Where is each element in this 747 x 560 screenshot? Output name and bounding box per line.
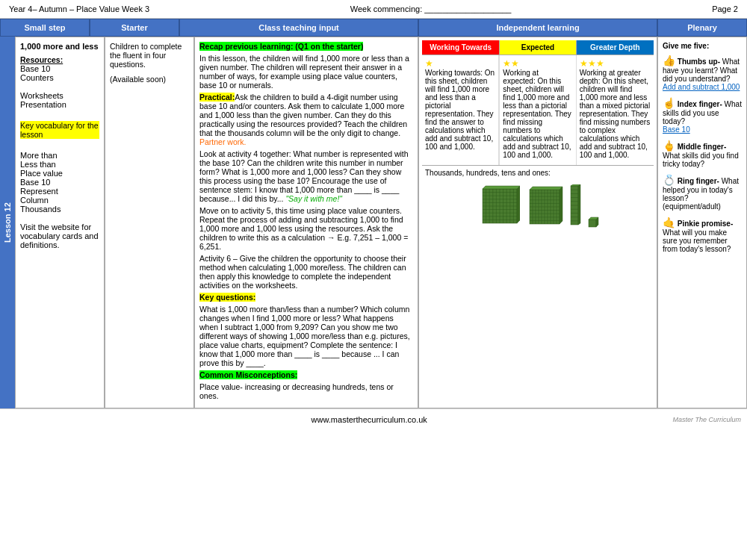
col-header-class-teaching: Class teaching input: [179, 19, 418, 37]
base10-visual: [425, 183, 651, 228]
exp-stars: ★★: [503, 58, 572, 69]
plenary-thumbs: 👍 Thumbs up- What have you learnt? What …: [663, 55, 742, 91]
starter-cell: Children to complete the fluent in four …: [105, 37, 194, 408]
col-header-independent: Independent learning: [418, 19, 657, 37]
thumbs-label: Thumbs up-: [678, 57, 720, 66]
exp-col: ★★ Working at expected: On this sheet, c…: [499, 55, 576, 165]
plenary-cell: Give me five: 👍 Thumbs up- What have you…: [657, 37, 747, 408]
visit-text: Visit the website for vocabulary cards a…: [20, 223, 99, 249]
indep-body: ★ Working towards: On this sheet, childr…: [422, 55, 654, 165]
hundred-flat-icon: [526, 186, 563, 228]
misconceptions-label: Common Misconceptions:: [199, 370, 297, 379]
index-link: Base 10: [663, 125, 742, 134]
svg-marker-20: [517, 186, 520, 223]
header-page: Page 2: [712, 4, 738, 13]
header-title: Year 4– Autumn – Place Value Week 3: [9, 4, 149, 13]
svg-marker-41: [560, 187, 562, 224]
resource-counters: Counters: [20, 73, 99, 82]
practical-label: Practical:: [199, 93, 235, 102]
footer-logo: Master The Curriculum: [672, 416, 741, 423]
small-step-cell: 1,000 more and less Resources: Base 10 C…: [15, 37, 105, 408]
resource-presentation: Presentation: [20, 100, 99, 109]
thousands-label: Thousands, hundreds, tens and ones:: [425, 169, 651, 177]
svg-rect-54: [589, 220, 596, 227]
vocab-represent: Represent: [20, 187, 99, 196]
vocab-less-than: Less than: [20, 160, 99, 169]
middle-label: Middle finger-: [678, 143, 727, 151]
key-questions-text: What is 1,000 more than/less than a numb…: [199, 305, 413, 367]
ring-label: Ring finger-: [678, 177, 719, 185]
vocab-place-value: Place value: [20, 169, 99, 178]
plenary-intro: Give me five:: [663, 42, 742, 50]
misconceptions-text: Place value- increasing or decreasing hu…: [199, 382, 413, 400]
gd-stars: ★★★: [580, 58, 651, 69]
exp-header: Expected: [499, 40, 576, 55]
ct-para3: Look at activity 4 together: What number…: [199, 149, 413, 203]
wt-star: ★: [425, 58, 495, 69]
unit-cube-icon: [587, 216, 599, 228]
say-it: "Say it with me!": [285, 194, 342, 203]
class-teaching-cell: Recap previous learning: (Q1 on the star…: [194, 37, 418, 408]
independent-cell: Working Towards Expected Greater Depth ★…: [418, 37, 657, 408]
pinkie-text: What will you make sure you remember fro…: [663, 228, 731, 253]
middle-icon: 🖕: [663, 140, 675, 152]
vocab-column: Column: [20, 196, 99, 205]
wt-text: Working towards: On this sheet, children…: [425, 69, 495, 151]
plenary-pinkie: 🤙 Pinkie promise- What will you make sur…: [663, 217, 742, 253]
col-header-starter: Starter: [90, 19, 179, 37]
wt-col: ★ Working towards: On this sheet, childr…: [422, 55, 499, 165]
pinkie-icon: 🤙: [663, 217, 675, 228]
pinkie-label: Pinkie promise-: [678, 220, 733, 228]
ring-icon: 💍: [663, 174, 675, 186]
footer-url: www.masterthecurriculum.co.uk: [311, 415, 427, 424]
header-week: Week commencing: ___________________: [350, 4, 512, 13]
page-footer: www.masterthecurriculum.co.uk Master The…: [0, 408, 747, 430]
ct-para1: In this lesson, the children will find 1…: [199, 54, 413, 90]
recap-label: Recap previous learning: (Q1 on the star…: [199, 42, 363, 51]
ct-para4: Move on to activity 5, this time using p…: [199, 206, 413, 251]
key-vocab-label: Key vocabulary for the lesson: [20, 121, 99, 139]
exp-text: Working at expected: On this sheet, chil…: [503, 69, 572, 159]
ct-para5: Activity 6 – Give the children the oppor…: [199, 254, 413, 290]
starter-available: (Available soon): [110, 75, 189, 84]
plenary-middle: 🖕 Middle finger- What skills did you fin…: [663, 140, 742, 168]
wt-header: Working Towards: [422, 40, 499, 55]
index-icon: ☝️: [663, 97, 675, 109]
thumbs-link: Add and subtract 1,000: [663, 83, 742, 91]
key-questions-label: Key questions:: [199, 293, 255, 302]
gd-text: Working at greater depth: On this sheet,…: [580, 69, 651, 159]
col-header-plenary: Plenary: [657, 19, 747, 37]
gd-col: ★★★ Working at greater depth: On this sh…: [577, 55, 654, 165]
thousand-cube-icon: [477, 183, 520, 228]
resource-worksheets: Worksheets: [20, 91, 99, 100]
middle-text: What skills did you find tricky today?: [663, 152, 739, 168]
resources-label: Resources:: [20, 55, 99, 64]
gd-header: Greater Depth: [577, 40, 654, 55]
vocab-thousands: Thousands: [20, 205, 99, 214]
partner-work: Partner work.: [199, 137, 246, 146]
thumbs-icon: 👍: [663, 55, 675, 66]
svg-marker-40: [530, 187, 562, 190]
col-header-small-step: Small step: [0, 19, 90, 37]
plenary-index: ☝️ Index finger- What skills did you use…: [663, 97, 742, 134]
column-headers: Small step Starter Class teaching input …: [0, 19, 747, 37]
ten-rod-icon: [569, 184, 581, 228]
thousands-section: Thousands, hundreds, tens and ones:: [422, 165, 654, 231]
index-label: Index finger-: [678, 100, 722, 108]
starter-text: Children to complete the fluent in four …: [110, 42, 189, 69]
lesson-label: Lesson 12: [0, 37, 15, 408]
resource-base10: Base 10: [20, 64, 99, 73]
vocab-base10: Base 10: [20, 178, 99, 187]
page-header: Year 4– Autumn – Place Value Week 3 Week…: [0, 0, 747, 19]
indep-headers: Working Towards Expected Greater Depth: [422, 40, 654, 55]
plenary-ring: 💍 Ring finger- What helped you in today'…: [663, 174, 742, 211]
svg-marker-19: [483, 186, 520, 189]
vocab-more-than: More than: [20, 151, 99, 160]
svg-marker-53: [578, 184, 580, 225]
main-wrapper: Lesson 12 1,000 more and less Resources:…: [0, 37, 747, 408]
small-step-title: 1,000 more and less: [20, 42, 99, 51]
